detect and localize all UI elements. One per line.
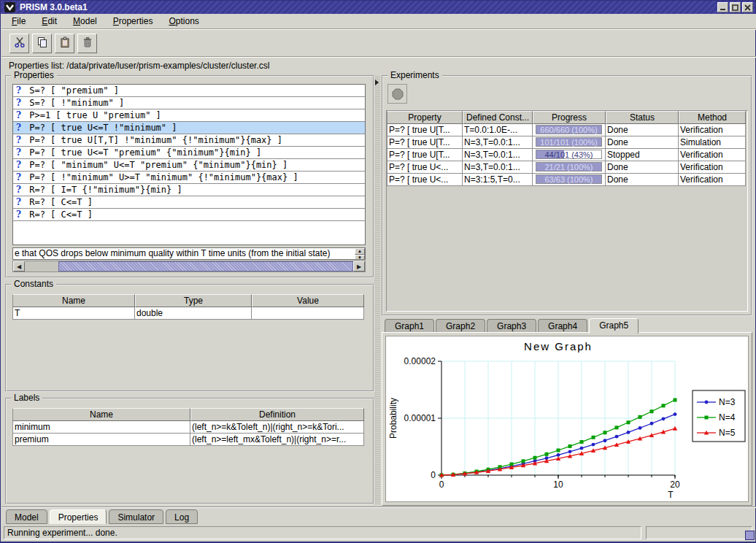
spinner-down-icon[interactable]: ▼ bbox=[355, 255, 365, 260]
scrollbar-thumb[interactable] bbox=[58, 261, 353, 272]
property-row[interactable]: ? P=? [ true U<=T "premium" {"minimum"}{… bbox=[13, 147, 365, 159]
property-row[interactable]: ? R=? [ C<=T ] bbox=[13, 196, 365, 209]
labels-table[interactable]: NameDefinitionminimum(left_n>=k&Toleft_n… bbox=[12, 408, 364, 446]
main-tab-model[interactable]: Model bbox=[6, 509, 47, 524]
experiment-constants: N=3,T=0.0:1... bbox=[463, 136, 533, 149]
experiment-constants: N=3,T=0.0:1... bbox=[463, 161, 533, 174]
close-button[interactable] bbox=[742, 2, 753, 12]
property-row[interactable]: ? P>=1 [ true U "premium" ] bbox=[13, 109, 365, 122]
property-row[interactable]: ? P=? [ true U[T,T] !"minimum" {!"minimu… bbox=[13, 134, 365, 147]
graph-tab-graph5[interactable]: Graph5 bbox=[589, 318, 639, 334]
experiment-progress: 101/101 (100%) bbox=[533, 136, 606, 149]
scrollbar-track[interactable] bbox=[25, 261, 353, 272]
property-row[interactable]: ? P=? [ !"minimum" U>=T "minimum" {!"min… bbox=[13, 172, 365, 184]
experiment-constants: N=3,T=0.0:1... bbox=[463, 149, 533, 161]
split-pane-divider[interactable] bbox=[374, 75, 380, 504]
graph-tab-graph4[interactable]: Graph4 bbox=[538, 319, 587, 333]
stop-experiment-button[interactable] bbox=[387, 84, 407, 104]
paste-button[interactable] bbox=[55, 34, 74, 53]
experiments-col-3[interactable]: Status bbox=[606, 111, 679, 124]
progress-text: 44/101 (43%) bbox=[536, 150, 601, 158]
resize-grip[interactable] bbox=[745, 531, 755, 540]
toolbar bbox=[1, 31, 756, 57]
window-menu-icon[interactable] bbox=[4, 2, 15, 12]
properties-list[interactable]: ? S=? [ "premium" ]? S=? [ !"minimum" ]?… bbox=[12, 84, 366, 245]
experiment-property: P=? [ true U<... bbox=[387, 174, 463, 186]
scissors-icon bbox=[14, 36, 26, 50]
property-text: P>=1 [ true U "premium" ] bbox=[24, 109, 161, 121]
experiment-method: Verification bbox=[679, 161, 746, 174]
property-row[interactable]: ? P=? [ true U<=T !"minimum" ] bbox=[13, 122, 365, 134]
delete-button[interactable] bbox=[77, 34, 97, 53]
experiments-col-4[interactable]: Method bbox=[679, 111, 746, 124]
experiments-col-1[interactable]: Defined Const... bbox=[463, 111, 533, 124]
experiments-col-2[interactable]: Progress bbox=[533, 111, 606, 124]
experiment-row[interactable]: P=? [ true U[T...N=3,T=0.0:1...44/101 (4… bbox=[387, 149, 747, 161]
progress-bar: 44/101 (43%) bbox=[536, 150, 602, 159]
constants-cell: double bbox=[135, 307, 252, 320]
property-row[interactable]: ? R=? [ I=T {!"minimum"}{min} ] bbox=[13, 184, 365, 196]
comment-spinner[interactable]: ▲▼ bbox=[355, 248, 365, 259]
main-tab-log[interactable]: Log bbox=[166, 509, 198, 524]
menu-file[interactable]: File bbox=[7, 14, 30, 29]
experiment-row[interactable]: P=? [ true U[T...N=3,T=0.0:1...101/101 (… bbox=[387, 136, 747, 149]
constants-col-0[interactable]: Name bbox=[12, 294, 135, 307]
experiment-method: Verification bbox=[679, 149, 746, 161]
constants-header-row: NameTypeValue bbox=[12, 294, 364, 307]
status-bar: Running experiment... done. bbox=[1, 525, 756, 542]
main-tab-simulator[interactable]: Simulator bbox=[109, 509, 163, 524]
constants-col-2[interactable]: Value bbox=[252, 294, 364, 307]
property-row[interactable]: ? R=? [ C<=T ] bbox=[13, 209, 365, 221]
spinner-up-icon[interactable]: ▲ bbox=[355, 248, 365, 255]
minimize-button[interactable] bbox=[717, 2, 728, 12]
question-mark-icon: ? bbox=[13, 147, 24, 158]
menu-model[interactable]: Model bbox=[69, 14, 101, 29]
svg-text:T: T bbox=[668, 490, 674, 500]
title-bar[interactable]: PRISM 3.0.beta1 bbox=[1, 1, 755, 14]
status-text: Running experiment... done. bbox=[7, 528, 117, 538]
graph-tab-graph2[interactable]: Graph2 bbox=[436, 319, 485, 333]
property-text: S=? [ !"minimum" ] bbox=[24, 97, 124, 109]
svg-text:Probability: Probability bbox=[388, 398, 398, 439]
scroll-right-button[interactable]: ▶ bbox=[353, 261, 365, 272]
maximize-button[interactable] bbox=[730, 2, 741, 12]
divider-collapse-icon[interactable] bbox=[375, 80, 379, 85]
clipboard-icon bbox=[59, 36, 71, 50]
labels-row[interactable]: premium(left_n>=left_mx&Toleft_n)|(right… bbox=[12, 434, 364, 446]
experiment-status: Stopped bbox=[606, 149, 679, 161]
labels-col-0[interactable]: Name bbox=[12, 408, 190, 421]
experiment-method: Verification bbox=[679, 124, 746, 136]
cut-button[interactable] bbox=[9, 34, 29, 53]
menu-options[interactable]: Options bbox=[164, 14, 203, 29]
copy-button[interactable] bbox=[32, 34, 52, 53]
chart-panel[interactable]: 0102000.000010.00002New GraphTProbabilit… bbox=[385, 336, 749, 502]
scroll-left-button[interactable]: ◀ bbox=[13, 261, 25, 272]
menu-edit[interactable]: Edit bbox=[37, 14, 61, 29]
property-row[interactable]: ? S=? [ "premium" ] bbox=[13, 85, 365, 97]
experiment-row[interactable]: P=? [ true U<...N=3,T=0.0:1...21/21 (100… bbox=[387, 161, 747, 174]
menu-properties[interactable]: Properties bbox=[109, 14, 158, 29]
question-mark-icon: ? bbox=[13, 122, 24, 134]
experiment-row[interactable]: P=? [ true U[T...T=0.0:1.0E-...660/660 (… bbox=[387, 124, 747, 136]
labels-col-1[interactable]: Definition bbox=[190, 408, 364, 421]
probability-chart: 0102000.000010.00002New GraphTProbabilit… bbox=[386, 336, 749, 503]
horizontal-scrollbar[interactable]: ◀ ▶ bbox=[12, 261, 366, 272]
property-text: P=? [ "minimum" U<=T "premium" {"minimum… bbox=[24, 159, 288, 171]
experiments-col-0[interactable]: Property bbox=[387, 111, 463, 124]
property-comment-row[interactable]: e that QOS drops below minimum quality w… bbox=[12, 247, 366, 260]
graph-tab-graph1[interactable]: Graph1 bbox=[385, 319, 434, 333]
labels-row[interactable]: minimum(left_n>=k&Toleft_n)|(right_n>=k&… bbox=[12, 421, 364, 434]
experiments-table[interactable]: PropertyDefined Const...ProgressStatusMe… bbox=[387, 111, 747, 186]
constants-table[interactable]: NameTypeValueTdouble bbox=[12, 294, 364, 320]
constants-row[interactable]: Tdouble bbox=[12, 307, 364, 320]
question-mark-icon: ? bbox=[13, 85, 24, 96]
experiment-constants: T=0.0:1.0E-... bbox=[463, 124, 533, 136]
constants-col-1[interactable]: Type bbox=[135, 294, 252, 307]
svg-text:0.00002: 0.00002 bbox=[404, 356, 436, 366]
main-tab-properties[interactable]: Properties bbox=[50, 509, 107, 524]
property-row[interactable]: ? P=? [ "minimum" U<=T "premium" {"minim… bbox=[13, 159, 365, 172]
property-row[interactable]: ? S=? [ !"minimum" ] bbox=[13, 97, 365, 109]
labels-cell: (left_n>=left_mx&Toleft_n)|(right_n>=r..… bbox=[190, 434, 364, 446]
experiment-row[interactable]: P=? [ true U<...N=3:1:5,T=0...63/63 (100… bbox=[387, 174, 747, 186]
graph-tab-graph3[interactable]: Graph3 bbox=[487, 319, 536, 333]
